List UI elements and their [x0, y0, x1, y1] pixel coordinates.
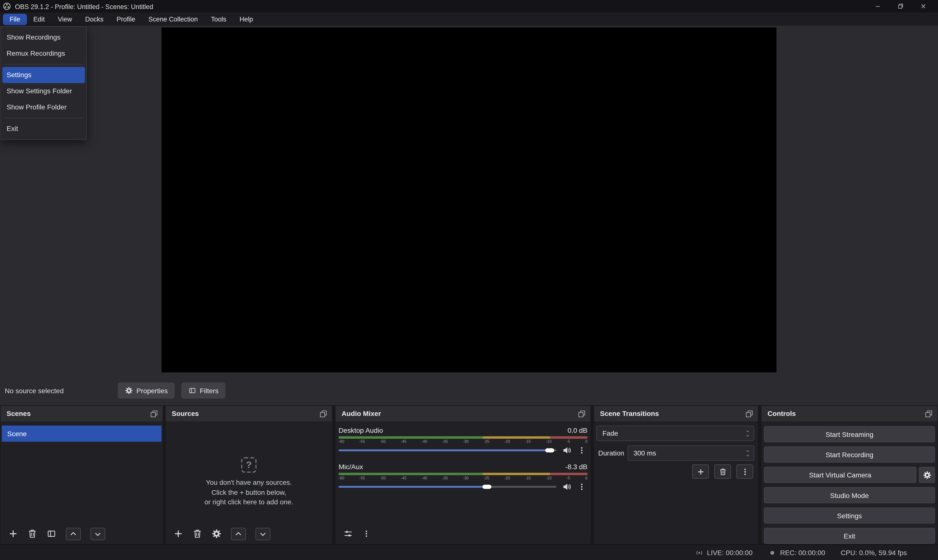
properties-button[interactable]: Properties	[118, 382, 175, 398]
menu-edit[interactable]: Edit	[27, 14, 51, 25]
close-button[interactable]	[912, 0, 934, 12]
broadcast-icon	[695, 548, 704, 557]
audio-mixer-panel-header[interactable]: Audio Mixer	[336, 406, 590, 422]
source-toolbar: No source selected Properties Filters	[0, 382, 938, 399]
add-transition-button[interactable]	[692, 464, 709, 478]
add-scene-icon[interactable]	[8, 529, 18, 538]
sources-panel-header[interactable]: Sources	[166, 406, 332, 422]
advanced-audio-properties-icon[interactable]	[343, 529, 353, 538]
channel-menu-button dots-icon[interactable]	[578, 446, 586, 455]
maximize-button[interactable]	[889, 0, 912, 12]
scene-filters-icon[interactable]	[47, 529, 56, 538]
scene-transitions-panel-header[interactable]: Scene Transitions	[594, 406, 758, 422]
meter-tick-label: -10	[546, 439, 551, 443]
remove-scene-icon[interactable]	[28, 529, 37, 538]
menu-tools[interactable]: Tools	[205, 14, 233, 25]
popout-icon[interactable]	[745, 410, 753, 418]
live-status: LIVE: 00:00:00	[695, 548, 753, 557]
move-scene-up-button[interactable]	[66, 528, 81, 540]
window-title: OBS 29.1.2 - Profile: Untitled - Scenes:…	[15, 3, 153, 10]
remove-source-icon[interactable]	[193, 529, 202, 538]
menu-item-show-recordings[interactable]: Show Recordings	[2, 29, 85, 45]
speaker-icon mute-button[interactable]	[562, 482, 571, 491]
slider-track[interactable]	[339, 486, 556, 488]
speaker-icon mute-button[interactable]	[562, 446, 571, 455]
menu-view[interactable]: View	[51, 14, 79, 25]
meter-tick-label: -55	[359, 476, 365, 480]
minimize-icon	[874, 3, 881, 9]
slider-handle[interactable]	[482, 485, 491, 489]
preview-canvas[interactable]	[162, 28, 776, 372]
chevron-down-icon	[259, 530, 267, 537]
meter-scale: -60 -55 -50 -45 -40 -35 -30 -25 -20 -15 …	[339, 476, 587, 480]
move-scene-down-button[interactable]	[91, 528, 105, 540]
menu-file[interactable]: File	[3, 14, 27, 25]
statusbar: LIVE: 00:00:00 REC: 00:00:00 CPU: 0.0%, …	[0, 545, 938, 560]
window-controls	[866, 0, 934, 12]
menu-item-remux-recordings[interactable]: Remux Recordings	[2, 45, 85, 62]
slider-handle[interactable]	[545, 448, 554, 452]
studio-mode-button[interactable]: Studio Mode	[764, 487, 935, 503]
scene-transitions-panel-title: Scene Transitions	[600, 410, 659, 417]
controls-panel-header[interactable]: Controls	[762, 406, 938, 422]
controls-body: Start Streaming Start Recording Start Vi…	[764, 421, 935, 544]
mixer-menu-button dots-icon[interactable]	[363, 529, 370, 538]
popout-icon[interactable]	[319, 410, 327, 418]
meter-tick-label: -60	[339, 476, 344, 480]
filters-button-label: Filters	[200, 387, 219, 394]
meter-tick-label: -30	[463, 439, 469, 443]
scene-list-item[interactable]: Scene	[2, 425, 162, 442]
filters-button[interactable]: Filters	[181, 382, 226, 398]
settings-button[interactable]: Settings	[764, 508, 935, 524]
move-source-up-button[interactable]	[231, 528, 246, 540]
add-source-icon[interactable]	[174, 529, 183, 538]
channel-menu-button dots-icon[interactable]	[578, 482, 586, 491]
menu-item-settings[interactable]: Settings	[2, 67, 85, 83]
controls-panel-title: Controls	[767, 410, 796, 417]
source-properties-gear-icon[interactable]	[212, 529, 221, 538]
popout-icon[interactable]	[578, 410, 586, 418]
exit-button[interactable]: Exit	[764, 528, 935, 544]
volume-slider[interactable]	[339, 446, 556, 454]
close-icon	[920, 3, 926, 9]
cpu-status: CPU: 0.0%, 59.94 fps	[841, 549, 907, 556]
start-streaming-button[interactable]: Start Streaming	[764, 426, 935, 442]
remove-transition-button[interactable]	[714, 464, 731, 478]
scenes-toolbar	[0, 524, 162, 544]
virtual-camera-settings-button[interactable]	[919, 467, 935, 483]
menu-profile[interactable]: Profile	[110, 14, 142, 25]
transition-properties-button[interactable]	[736, 464, 753, 478]
start-recording-button[interactable]: Start Recording	[764, 446, 935, 463]
meter-tick-label: -35	[442, 439, 448, 443]
dots-icon	[741, 468, 749, 475]
transition-selected-value: Fade	[602, 430, 618, 437]
start-virtual-camera-button[interactable]: Start Virtual Camera	[764, 467, 916, 483]
transition-select[interactable]: Fade	[596, 425, 754, 441]
scenes-panel-header[interactable]: Scenes	[0, 406, 162, 422]
sources-panel-title: Sources	[172, 410, 199, 417]
menu-item-show-settings-folder[interactable]: Show Settings Folder	[2, 83, 85, 99]
chevron-up-icon	[234, 530, 242, 537]
slider-track[interactable]	[339, 449, 556, 451]
move-source-down-button[interactable]	[255, 528, 270, 540]
menu-help[interactable]: Help	[233, 14, 259, 25]
menu-item-exit[interactable]: Exit	[2, 121, 85, 137]
audio-mixer-panel: Audio Mixer Desktop Audio 0.0 dB -60 -55…	[335, 405, 591, 545]
chevron-up-icon	[69, 530, 77, 537]
menu-scene-collection[interactable]: Scene Collection	[142, 14, 205, 25]
sources-toolbar	[166, 524, 332, 544]
volume-slider[interactable]	[339, 483, 556, 491]
docks-area: Scenes Scene Sources ? You don't	[0, 405, 938, 545]
popout-icon[interactable]	[150, 410, 158, 418]
meter-tick-label: -15	[525, 439, 531, 443]
minimize-button[interactable]	[866, 0, 889, 12]
duration-value: 300 ms	[633, 449, 656, 457]
duration-spinbox[interactable]: 300 ms	[627, 445, 754, 461]
menu-docks[interactable]: Docks	[79, 14, 110, 25]
menu-item-show-profile-folder[interactable]: Show Profile Folder	[2, 99, 85, 115]
spinbox-arrows-icon[interactable]	[745, 446, 750, 460]
meter-tick-label: -50	[380, 476, 385, 480]
mixer-toolbar	[336, 524, 590, 544]
meter-tick-label: -10	[546, 476, 551, 480]
popout-icon[interactable]	[925, 410, 933, 418]
